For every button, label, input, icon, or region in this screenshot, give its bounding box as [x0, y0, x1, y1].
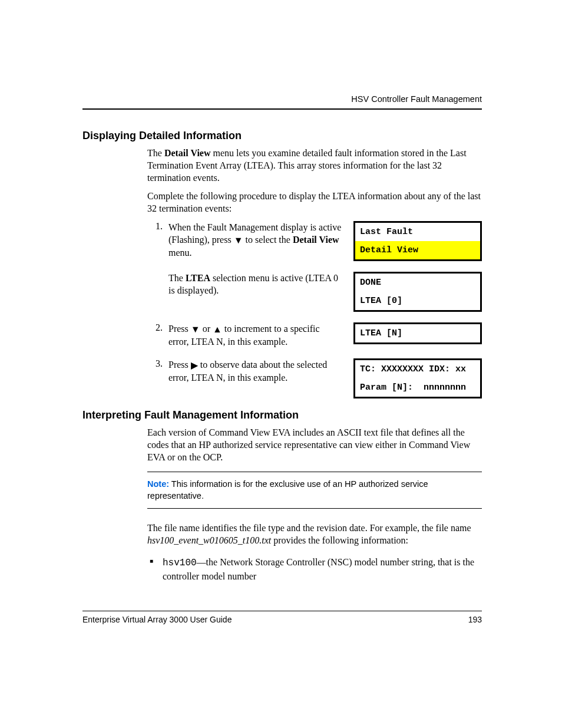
lcd-row: LTEA [0]	[355, 292, 480, 310]
note-label: Note:	[147, 479, 169, 489]
step-text: The LTEA selection menu is active (LTEA …	[168, 272, 348, 297]
text: menu.	[168, 248, 192, 258]
text: The	[168, 273, 186, 283]
text: The	[147, 148, 164, 158]
step-1-cont: The LTEA selection menu is active (LTEA …	[147, 272, 482, 312]
running-header: HSV Controller Fault Management	[82, 94, 482, 104]
step-text: Press ▶ to observe data about the select…	[168, 358, 348, 384]
text: Press	[168, 324, 191, 334]
lcd-row-highlight: Detail View	[355, 241, 480, 259]
lcd-display: DONE LTEA [0]	[353, 272, 482, 312]
step-number: 2.	[147, 322, 163, 333]
section-heading-interpreting: Interpreting Fault Management Informatio…	[82, 409, 482, 421]
lcd-row: Param [N]: nnnnnnnn	[355, 378, 480, 397]
text: or	[200, 324, 213, 334]
lcd-row: LTEA [N]	[355, 324, 480, 342]
footer-page-number: 193	[468, 615, 482, 624]
step-text: Press ▼ or ▲ to increment to a specific …	[168, 322, 348, 348]
filename-italic: hsv100_event_w010605_t100.txt	[147, 535, 271, 545]
step-text: When the Fault Management display is act…	[168, 221, 348, 259]
body-paragraph: Each version of Command View EVA include…	[147, 426, 482, 463]
right-triangle-icon: ▶	[191, 359, 198, 371]
lcd-display: TC: XXXXXXXX IDX: xx Param [N]: nnnnnnnn	[353, 358, 482, 398]
text: provides the following information:	[271, 535, 408, 545]
header-rule	[82, 108, 482, 110]
step-number: 1.	[147, 221, 163, 232]
up-triangle-icon: ▲	[213, 323, 222, 335]
step-2: 2. Press ▼ or ▲ to increment to a specif…	[147, 322, 482, 348]
bold-text: Detail View	[164, 148, 211, 158]
step-1: 1. When the Fault Management display is …	[147, 221, 482, 261]
body-paragraph: The file name identifies the file type a…	[147, 522, 482, 546]
step-3: 3. Press ▶ to observe data about the sel…	[147, 358, 482, 398]
section-heading-displaying: Displaying Detailed Information	[82, 130, 482, 142]
lcd-display: LTEA [N]	[353, 322, 482, 344]
lcd-row: Last Fault	[355, 223, 480, 241]
down-triangle-icon: ▼	[191, 323, 200, 335]
text: Press	[168, 360, 191, 370]
bullet-list: hsv100—the Network Storage Controller (N…	[147, 556, 482, 582]
note-block: Note: This information is for the exclus…	[147, 472, 482, 509]
footer-rule	[82, 611, 482, 611]
bold-text: LTEA	[186, 273, 210, 283]
text: The file name identifies the file type a…	[147, 523, 471, 533]
intro-paragraph-1: The Detail View menu lets you examine de…	[147, 147, 482, 215]
lcd-display: Last Fault Detail View	[353, 221, 482, 261]
note-text: This information is for the exclusive us…	[147, 479, 428, 500]
footer-doc-title: Enterprise Virtual Array 3000 User Guide	[82, 615, 232, 624]
lcd-row: TC: XXXXXXXX IDX: xx	[355, 360, 480, 378]
text: to select the	[243, 235, 293, 245]
intro-paragraph-2: Complete the following procedure to disp…	[147, 190, 482, 215]
step-number: 3.	[147, 358, 163, 369]
bold-text: Detail View	[293, 235, 339, 245]
lcd-row: DONE	[355, 274, 480, 292]
list-item: hsv100—the Network Storage Controller (N…	[163, 556, 482, 582]
text: —the Network Storage Controller (NSC) mo…	[163, 557, 474, 581]
code-text: hsv100	[163, 558, 197, 568]
down-triangle-icon: ▼	[234, 234, 243, 246]
